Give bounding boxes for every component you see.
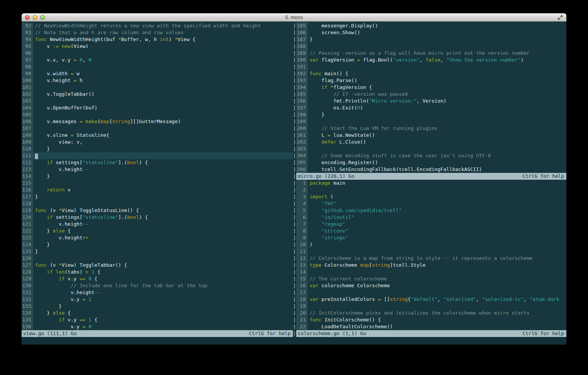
code-line[interactable]: 132 v.y = 1 <box>22 296 293 303</box>
code-line[interactable]: 104 v.OpenBuffer(buf) <box>22 104 293 111</box>
code-line[interactable]: 3import ( <box>296 193 566 200</box>
code-line[interactable]: 105 <box>22 111 293 118</box>
code-line[interactable]: 2 <box>296 187 566 193</box>
code-line[interactable]: 9 "strings" <box>296 234 566 241</box>
code-line[interactable]: 196 fmt.Println("Micro version:", Versio… <box>296 98 566 104</box>
code-line[interactable]: 101 <box>22 84 293 91</box>
code-line[interactable]: 107 <box>22 125 293 132</box>
code-line[interactable]: 129 if v.y == 0 { <box>22 275 293 282</box>
code-line[interactable]: 122 } else { <box>22 228 293 234</box>
code-line[interactable]: 108 v.sline = Statusline{ <box>22 132 293 139</box>
code-line[interactable]: 17 <box>296 289 566 296</box>
code-line[interactable]: 112 if settings["statusline"].(bool) { <box>22 159 293 166</box>
code-line[interactable]: 191 <box>296 63 566 70</box>
editor-pane-colorscheme-go[interactable]: 1package main23import (4 "fmt"5 "github.… <box>296 180 566 330</box>
code-line[interactable]: 111 <box>22 152 293 159</box>
code-line[interactable]: 110 } <box>22 146 293 152</box>
code-line[interactable]: 188 <box>296 43 566 50</box>
code-line[interactable]: 117} <box>22 193 293 200</box>
resize-arrows-icon[interactable] <box>557 14 563 21</box>
code-line[interactable]: 113 v.height-- <box>22 166 293 173</box>
code-line[interactable]: 93// Note that w and h are raw column an… <box>22 29 293 36</box>
code-line[interactable]: 192func main() { <box>296 70 566 77</box>
code-line[interactable]: 21func InitColorscheme() { <box>296 316 566 323</box>
code-line[interactable]: 202 defer L.Close() <box>296 139 566 146</box>
code-line[interactable]: 134 } else { <box>22 310 293 316</box>
code-line[interactable]: 22 LoadDefaultColorscheme() <box>296 323 566 330</box>
code-line[interactable]: 8 "strconv" <box>296 228 566 234</box>
code-line[interactable]: 120 if settings["statusline"].(bool) { <box>22 214 293 221</box>
code-line[interactable]: 92// NewViewWidthHeight returns a new vi… <box>22 22 293 29</box>
code-line[interactable]: 109 view: v, <box>22 139 293 146</box>
code-line[interactable]: 12// Colorscheme is a map from string to… <box>296 255 566 262</box>
code-line[interactable]: 186 screen.Show() <box>296 29 566 36</box>
code-line[interactable]: 135 if v.y == 1 { <box>22 316 293 323</box>
code-line[interactable]: 100 v.height = h <box>22 77 293 84</box>
code-line[interactable]: 118 <box>22 200 293 207</box>
code-line[interactable]: 119func (v *View) ToggleStatusLine() { <box>22 207 293 214</box>
code-line[interactable]: 189// Passing -version as a flag will ha… <box>296 50 566 57</box>
command-message-line[interactable] <box>22 337 566 345</box>
code-text: package main <box>308 180 345 187</box>
code-line[interactable]: 10) <box>296 241 566 248</box>
code-line[interactable]: 4 "fmt" <box>296 200 566 207</box>
code-line[interactable]: 19 <box>296 303 566 310</box>
code-line[interactable]: 126 <box>22 255 293 262</box>
split-divider-glyph: | <box>293 111 296 118</box>
code-line[interactable]: 98 <box>22 63 293 70</box>
code-line[interactable]: 7 "regexp" <box>296 221 566 228</box>
code-line[interactable]: 20// InitColorscheme picks and initializ… <box>296 310 566 316</box>
code-line[interactable]: 102 v.ToggleTabbar() <box>22 91 293 98</box>
code-line[interactable]: 116 return v <box>22 187 293 193</box>
code-line[interactable]: 94func NewViewWidthHeight(buf *Buffer, w… <box>22 36 293 43</box>
code-line[interactable]: 199 <box>296 118 566 125</box>
code-line[interactable]: 125} <box>22 248 293 255</box>
code-line[interactable]: 96 <box>22 50 293 57</box>
code-line[interactable]: 206 tcell.SetEncodingFallback(tcell.Enco… <box>296 166 566 173</box>
code-line[interactable]: 197 os.Exit(0) <box>296 104 566 111</box>
code-line[interactable]: 201 L = lua.NewState() <box>296 132 566 139</box>
code-line[interactable]: 16var colorscheme Colorscheme <box>296 282 566 289</box>
code-line[interactable]: 97 v.x, v.y = 0, 0 <box>22 57 293 63</box>
code-line[interactable]: 187} <box>296 36 566 43</box>
code-line[interactable]: 106 v.messages = make(map[string][]Gutte… <box>22 118 293 125</box>
code-line[interactable]: 5 "github.com/zyedidia/tcell" <box>296 207 566 214</box>
title-bar[interactable]: 5. micro <box>22 13 566 22</box>
code-line[interactable]: 195 // If -version was passed <box>296 91 566 98</box>
code-line[interactable]: 14 <box>296 269 566 275</box>
vertical-split-divider[interactable]: ||||||||||||||||||||||||||||||||||||||||… <box>293 22 296 337</box>
code-line[interactable]: 204 // Some encoding stuff in case the u… <box>296 152 566 159</box>
code-text: v := new(View) <box>33 43 89 50</box>
code-line[interactable]: 198 } <box>296 111 566 118</box>
code-line[interactable]: 114 } <box>22 173 293 180</box>
code-line[interactable]: 124 } <box>22 241 293 248</box>
code-text: v.height-- <box>33 166 89 173</box>
editor-pane-micro-go[interactable]: 185 messenger.Display()186 screen.Show()… <box>296 22 566 173</box>
editor-pane-view-go[interactable]: 92// NewViewWidthHeight returns a new vi… <box>22 22 293 330</box>
code-line[interactable]: 128 if len(tabs) > 1 { <box>22 269 293 275</box>
code-line[interactable]: 103 <box>22 98 293 104</box>
code-line[interactable]: 130 // Include one line for the tab bar … <box>22 282 293 289</box>
code-line[interactable]: 95 v := new(View) <box>22 43 293 50</box>
code-line[interactable]: 13type Colorscheme map[string]tcell.Styl… <box>296 262 566 269</box>
code-line[interactable]: 115 <box>22 180 293 187</box>
code-line[interactable]: 11 <box>296 248 566 255</box>
code-line[interactable]: 205 encoding.Register() <box>296 159 566 166</box>
code-line[interactable]: 1package main <box>296 180 566 187</box>
code-line[interactable]: 133 } <box>22 303 293 310</box>
code-line[interactable]: 18var preInstalledColors = []string{"def… <box>296 296 566 303</box>
code-line[interactable]: 99 v.width = w <box>22 70 293 77</box>
code-line[interactable]: 136 v.y = 0 <box>22 323 293 330</box>
code-line[interactable]: 15// The current colorscheme <box>296 275 566 282</box>
code-line[interactable]: 121 v.height-- <box>22 221 293 228</box>
code-line[interactable]: 6 "io/ioutil" <box>296 214 566 221</box>
code-line[interactable]: 123 v.height++ <box>22 234 293 241</box>
code-line[interactable]: 203 <box>296 146 566 152</box>
code-line[interactable]: 190var flagVersion = flag.Bool("version"… <box>296 57 566 63</box>
code-line[interactable]: 127func (v *View) ToggleTabbar() { <box>22 262 293 269</box>
code-line[interactable]: 194 if *flagVersion { <box>296 84 566 91</box>
code-line[interactable]: 131 v.height-- <box>22 289 293 296</box>
code-line[interactable]: 185 messenger.Display() <box>296 22 566 29</box>
code-line[interactable]: 200 // Start the Lua VM for running plug… <box>296 125 566 132</box>
code-line[interactable]: 193 flag.Parse() <box>296 77 566 84</box>
